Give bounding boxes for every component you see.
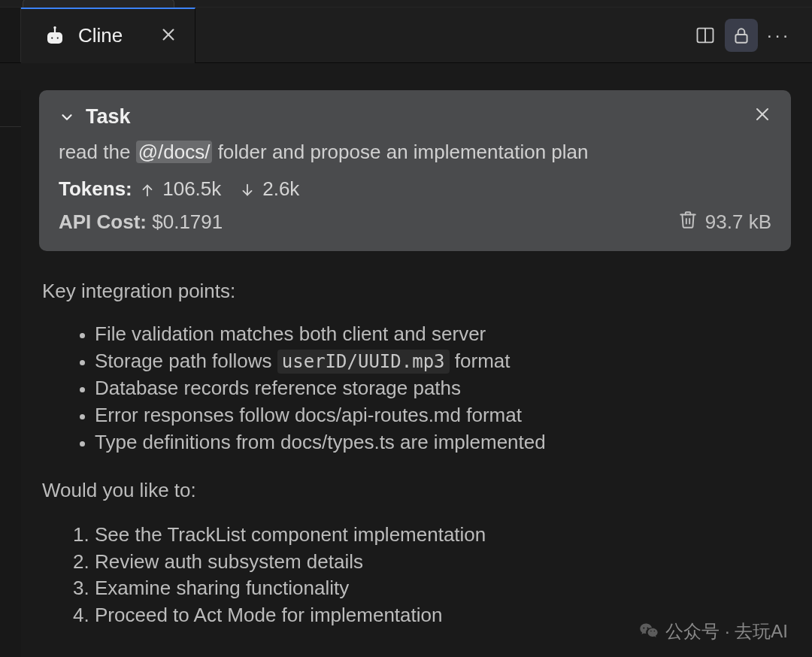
tab-bar: Cline ··· [0, 8, 812, 63]
trash-icon[interactable] [678, 210, 698, 235]
svg-rect-9 [735, 34, 747, 42]
dismiss-task-icon[interactable] [753, 105, 771, 129]
list-item: Review auth subsystem details [95, 549, 791, 576]
task-heading: Task [86, 105, 131, 129]
task-text-post: folder and propose an implementation pla… [212, 141, 588, 163]
list-item: Storage path follows userID/UUID.mp3 for… [95, 348, 791, 375]
task-header[interactable]: Task [59, 105, 771, 129]
lock-icon[interactable] [725, 19, 758, 52]
wechat-icon [638, 621, 659, 642]
cost-value: $0.1791 [152, 210, 223, 234]
cost-label: API Cost: [59, 210, 147, 234]
tab-title: Cline [78, 24, 123, 47]
bullet-post: format [450, 350, 511, 372]
inline-code: userID/UUID.mp3 [277, 350, 450, 374]
split-editor-icon[interactable] [689, 19, 722, 52]
left-gutter-body [0, 90, 21, 657]
task-prompt-text: read the @/docs/ folder and propose an i… [59, 139, 771, 165]
response-body: Key integration points: File validation … [42, 278, 791, 629]
watermark: 公众号 · 去玩AI [638, 619, 788, 643]
cost-row: API Cost: $0.1791 93.7 kB [59, 210, 771, 235]
tokens-up: 106.5k [162, 177, 221, 200]
task-text-pre: read the [59, 141, 136, 163]
tokens-down: 2.6k [262, 177, 299, 200]
close-icon[interactable] [160, 26, 177, 46]
bullet-pre: Storage path follows [95, 350, 277, 372]
tokens-row: Tokens: 106.5k 2.6k [59, 177, 771, 201]
list-item: Type definitions from docs/types.ts are … [95, 429, 791, 456]
robot-icon [44, 25, 66, 47]
list-item: File validation matches both client and … [95, 321, 791, 348]
list-item: Examine sharing functionality [95, 575, 791, 602]
key-points-list: File validation matches both client and … [42, 321, 791, 456]
list-item: See the TrackList component implementati… [95, 522, 791, 549]
gutter-divider [0, 126, 21, 127]
svg-point-2 [56, 36, 60, 40]
key-points-heading: Key integration points: [42, 278, 791, 304]
header-actions: ··· [689, 19, 797, 52]
svg-point-1 [50, 36, 54, 40]
tab-cline[interactable]: Cline [21, 8, 195, 63]
arrow-down-icon [239, 182, 256, 198]
task-card: Task read the @/docs/ folder and propose… [39, 90, 791, 251]
svg-point-4 [53, 26, 56, 29]
watermark-text: 公众号 · 去玩AI [665, 619, 788, 643]
list-item: Error responses follow docs/api-routes.m… [95, 402, 791, 429]
cache-size-value: 93.7 kB [705, 210, 771, 234]
window-title-strip [0, 0, 812, 8]
left-gutter [0, 8, 21, 62]
prompt-heading: Would you like to: [42, 477, 791, 504]
mention-path[interactable]: @/docs/ [136, 141, 213, 163]
more-icon[interactable]: ··· [761, 25, 797, 46]
cache-size: 93.7 kB [678, 210, 771, 235]
tokens-label: Tokens: [59, 177, 132, 200]
arrow-up-icon [139, 182, 156, 198]
list-item: Database records reference storage paths [95, 375, 791, 402]
options-list: See the TrackList component implementati… [42, 522, 791, 630]
chevron-down-icon [59, 109, 75, 126]
